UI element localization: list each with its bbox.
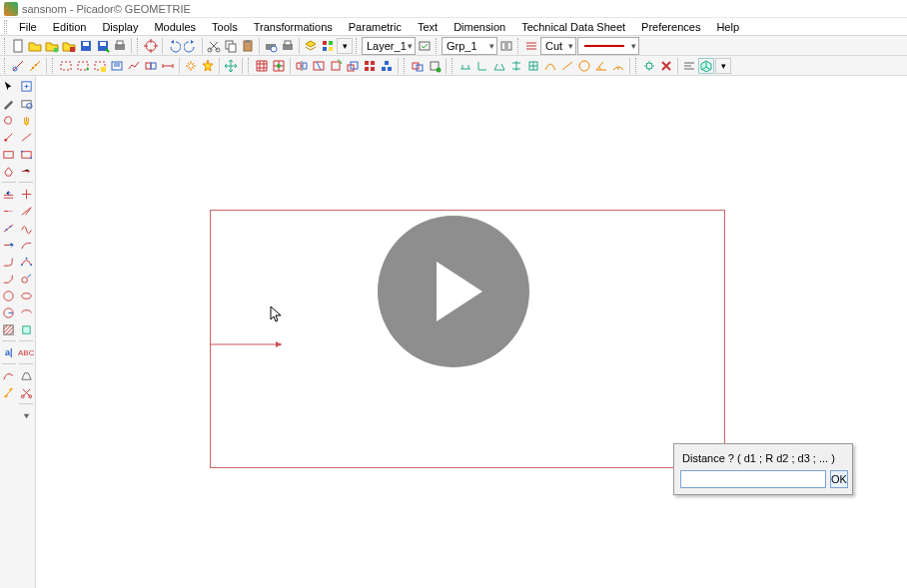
label-tool-icon[interactable]: ABC [18, 344, 34, 360]
select-chain-icon[interactable] [143, 58, 159, 74]
video-play-button[interactable] [378, 216, 529, 367]
lasso-tool-icon[interactable] [1, 112, 17, 128]
dim-4-icon[interactable] [508, 58, 524, 74]
arrow-tool-icon[interactable] [18, 163, 34, 179]
mirror-h-icon[interactable] [294, 58, 310, 74]
line-tool-icon[interactable] [18, 129, 34, 145]
arc-tool-icon[interactable] [18, 237, 34, 253]
select-rect-add-icon[interactable] [75, 58, 91, 74]
dim-circle-icon[interactable] [576, 58, 592, 74]
new-file-icon[interactable] [10, 38, 26, 54]
dropdown-small-2-icon[interactable]: ▾ [715, 58, 731, 74]
cross-tool-icon[interactable] [18, 186, 34, 202]
zoom-window-icon[interactable] [18, 95, 34, 111]
select-polyline-icon[interactable] [126, 58, 142, 74]
save-icon[interactable] [78, 38, 94, 54]
save-as-icon[interactable] [95, 38, 111, 54]
mirror-v-icon[interactable] [311, 58, 327, 74]
delete-icon[interactable] [658, 58, 674, 74]
tools-icon[interactable] [1, 384, 17, 400]
pointer-tool-icon[interactable] [1, 78, 17, 94]
scale-icon[interactable] [345, 58, 361, 74]
dim-5-icon[interactable] [525, 58, 541, 74]
layers-icon[interactable] [303, 38, 319, 54]
drawing-canvas[interactable]: Distance ? ( d1 ; R d2 ; d3 ; ... ) OK [36, 76, 907, 588]
paste-geom-icon[interactable] [427, 58, 443, 74]
open-db-icon[interactable] [61, 38, 77, 54]
select-rect-icon[interactable] [58, 58, 74, 74]
menu-modules[interactable]: Modules [146, 19, 204, 35]
fillet-tool-icon[interactable] [1, 254, 17, 270]
menu-tools[interactable]: Tools [204, 19, 246, 35]
scissors-tool-icon[interactable] [18, 384, 34, 400]
menu-text[interactable]: Text [410, 19, 446, 35]
dim-2-icon[interactable] [474, 58, 490, 74]
curve-tool-icon[interactable] [1, 367, 17, 383]
print-preview-icon[interactable] [263, 38, 279, 54]
offset-tool-icon[interactable] [1, 186, 17, 202]
view3d-icon[interactable] [698, 58, 714, 74]
menu-preferences[interactable]: Preferences [633, 19, 708, 35]
trim-tool-icon[interactable] [1, 203, 17, 219]
menu-parametric[interactable]: Parametric [341, 19, 410, 35]
grid-icon[interactable] [254, 58, 270, 74]
array-icon[interactable] [362, 58, 378, 74]
distance-input[interactable] [680, 470, 826, 488]
select-rect-layer-icon[interactable] [92, 58, 108, 74]
pan-tool-icon[interactable] [18, 112, 34, 128]
layer-apply-icon[interactable] [417, 38, 433, 54]
menu-file[interactable]: File [11, 19, 45, 35]
open-file-icon[interactable] [27, 38, 43, 54]
snap-tool-icon[interactable] [10, 58, 26, 74]
rotate-icon[interactable] [328, 58, 344, 74]
target-icon[interactable] [143, 38, 159, 54]
layer-combo[interactable]: Layer_1 [362, 37, 416, 55]
menu-transformations[interactable]: Transformations [246, 19, 341, 35]
copy-geom-icon[interactable] [410, 58, 426, 74]
print2-icon[interactable] [280, 38, 296, 54]
menu-edition[interactable]: Edition [45, 19, 95, 35]
print-icon[interactable] [112, 38, 128, 54]
explode-star-icon[interactable] [200, 58, 216, 74]
settings-gear-icon[interactable] [641, 58, 657, 74]
ellipse-tool-icon[interactable] [18, 288, 34, 303]
layers-settings-icon[interactable] [320, 38, 336, 54]
dim-3-icon[interactable] [491, 58, 507, 74]
measure-tool-icon[interactable] [27, 58, 43, 74]
circle-tool-icon[interactable] [1, 288, 17, 303]
menu-technical-data-sheet[interactable]: Technical Data Sheet [513, 19, 633, 35]
line-style-icon[interactable] [523, 38, 539, 54]
undo-icon[interactable] [166, 38, 182, 54]
arc3p-tool-icon[interactable] [18, 254, 34, 270]
cut-combo[interactable]: Cut [540, 37, 576, 55]
ok-button[interactable]: OK [830, 470, 848, 488]
menu-display[interactable]: Display [94, 19, 146, 35]
rect2-tool-icon[interactable] [18, 146, 34, 162]
text-tool-icon[interactable]: a| [1, 344, 17, 360]
chamfer-tool-icon[interactable] [1, 271, 17, 287]
dim-curve-icon[interactable] [542, 58, 558, 74]
polygon-tool-icon[interactable] [1, 163, 17, 179]
perspective-tool-icon[interactable] [18, 367, 34, 383]
dim-radius-icon[interactable] [610, 58, 626, 74]
extend-tool-icon[interactable] [1, 237, 17, 253]
ellipse-arc-tool-icon[interactable] [18, 304, 34, 320]
paste-icon[interactable] [240, 38, 256, 54]
menu-help[interactable]: Help [708, 19, 747, 35]
dim-angle-icon[interactable] [593, 58, 609, 74]
explode-icon[interactable] [183, 58, 199, 74]
block-tool-icon[interactable] [18, 321, 34, 337]
dim-line-icon[interactable] [559, 58, 575, 74]
select-window-icon[interactable] [109, 58, 125, 74]
menu-dimension[interactable]: Dimension [446, 19, 513, 35]
open-folder-icon[interactable] [44, 38, 60, 54]
dim-1-icon[interactable] [457, 58, 473, 74]
group-combo[interactable]: Grp_1 [442, 37, 497, 55]
align-icon[interactable] [681, 58, 697, 74]
group-apply-icon[interactable] [498, 38, 514, 54]
dropdown-small-icon[interactable]: ▾ [337, 38, 353, 54]
grid-snap-icon[interactable] [271, 58, 287, 74]
circle-center-tool-icon[interactable] [1, 304, 17, 320]
point-tool-icon[interactable] [1, 129, 17, 145]
line-color-combo[interactable] [577, 37, 639, 55]
